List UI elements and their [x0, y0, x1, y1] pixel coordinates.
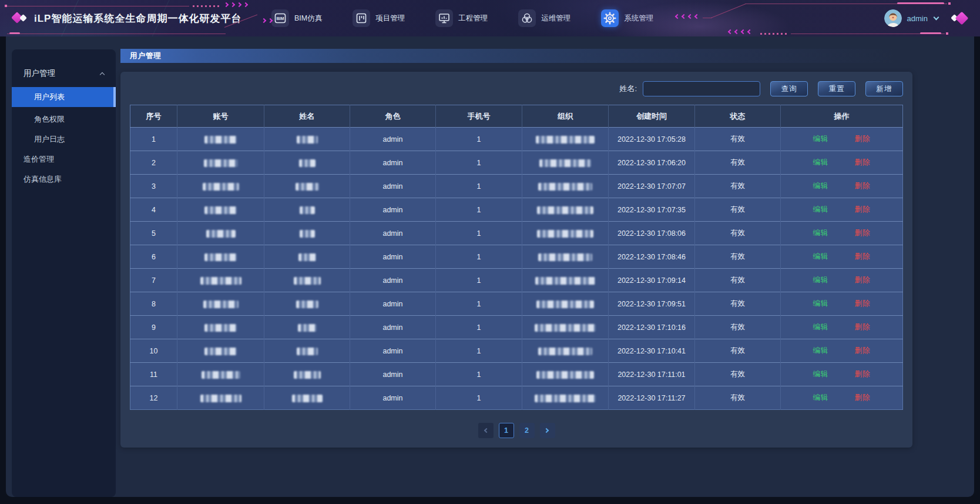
edit-link[interactable]: 编辑 [813, 393, 829, 402]
cell-status: 有效 [695, 339, 781, 363]
table-row: 2 admin 1 2022-12-30 17:06:20 有效 编辑删除 [130, 151, 903, 175]
cell-status: 有效 [695, 222, 781, 245]
sidebar-item-cost-management[interactable]: 造价管理 [12, 149, 116, 169]
monitor-chart-icon [435, 9, 453, 27]
nav-item-engineering[interactable]: 工程管理 [435, 9, 488, 27]
chevron-up-icon [100, 72, 105, 76]
query-button[interactable]: 查询 [770, 81, 808, 96]
table-row: 5 admin 1 2022-12-30 17:08:06 有效 编辑删除 [130, 222, 903, 245]
delete-link[interactable]: 删除 [855, 346, 871, 355]
nav-item-bim[interactable]: BIM BIM仿真 [271, 9, 322, 27]
edit-link[interactable]: 编辑 [813, 205, 829, 213]
add-button[interactable]: 新增 [865, 81, 903, 96]
masked-text [203, 183, 239, 191]
cell-created-time: 2022-12-30 17:09:51 [609, 292, 695, 316]
cell-role: admin [350, 245, 436, 269]
edit-link[interactable]: 编辑 [813, 135, 829, 143]
delete-link[interactable]: 删除 [855, 135, 871, 143]
edit-link[interactable]: 编辑 [813, 182, 829, 190]
table-row: 7 admin 1 2022-12-30 17:09:14 有效 编辑删除 [130, 269, 903, 292]
masked-text [299, 159, 316, 167]
sidebar-item-label: 仿真信息库 [24, 174, 62, 185]
delete-link[interactable]: 删除 [855, 323, 871, 331]
masked-text [292, 395, 323, 402]
delete-link[interactable]: 删除 [855, 370, 871, 378]
cell-created-time: 2022-12-30 17:06:20 [609, 151, 695, 175]
cell-org-masked [522, 198, 609, 222]
masked-text [300, 206, 315, 214]
edit-link[interactable]: 编辑 [813, 346, 829, 355]
cell-name-masked [264, 245, 350, 269]
masked-text [204, 253, 237, 261]
edit-link[interactable]: 编辑 [813, 229, 829, 237]
delete-link[interactable]: 删除 [855, 393, 871, 402]
delete-link[interactable]: 删除 [855, 205, 871, 213]
cell-index: 11 [130, 363, 177, 386]
edit-link[interactable]: 编辑 [813, 252, 829, 261]
cell-role: admin [350, 339, 436, 363]
edit-link[interactable]: 编辑 [813, 323, 829, 331]
cell-index: 12 [130, 386, 177, 410]
decor-node [5, 5, 7, 7]
delete-link[interactable]: 删除 [855, 276, 871, 284]
nav-item-system[interactable]: 系统管理 [601, 9, 653, 27]
sidebar-item-label: 造价管理 [24, 154, 54, 165]
delete-link[interactable]: 删除 [855, 229, 871, 237]
name-search-input[interactable] [643, 81, 760, 96]
cell-name-masked [264, 128, 350, 151]
cell-created-time: 2022-12-30 17:05:28 [609, 128, 695, 151]
cell-role: admin [350, 269, 436, 292]
cell-phone: 1 [436, 363, 522, 386]
cell-index: 3 [130, 175, 177, 198]
masked-text [535, 277, 595, 285]
delete-link[interactable]: 删除 [855, 299, 871, 308]
sidebar-item-user-list[interactable]: 用户列表 [12, 87, 116, 107]
cell-created-time: 2022-12-30 17:08:06 [609, 222, 695, 245]
cell-index: 10 [130, 339, 177, 363]
column-header: 账号 [177, 105, 264, 128]
edit-link[interactable]: 编辑 [813, 370, 829, 378]
next-page-button[interactable] [540, 423, 555, 438]
page-button-1[interactable]: 1 [499, 423, 514, 438]
decor-dots [193, 5, 220, 7]
cell-name-masked [264, 175, 350, 198]
reset-button[interactable]: 重置 [818, 81, 855, 96]
app-title: iLP智能运输系统全生命周期一体化研发平台 [34, 12, 241, 25]
sidebar-group-user-management[interactable]: 用户管理 [12, 62, 116, 85]
edit-link[interactable]: 编辑 [813, 299, 829, 308]
nav-item-project[interactable]: 项目管理 [353, 9, 405, 27]
edit-link[interactable]: 编辑 [813, 158, 829, 166]
chevron-down-icon[interactable] [934, 14, 939, 20]
delete-link[interactable]: 删除 [855, 158, 871, 166]
masked-text [200, 395, 241, 402]
nav-item-operations[interactable]: 运维管理 [518, 9, 570, 27]
sidebar-item-user-log[interactable]: 用户日志 [12, 129, 116, 149]
avatar[interactable] [884, 9, 902, 27]
sidebar-item-simulation-library[interactable]: 仿真信息库 [12, 169, 116, 189]
cell-actions: 编辑删除 [781, 222, 903, 245]
sidebar-group-label: 用户管理 [24, 68, 55, 79]
cell-role: admin [350, 151, 436, 175]
page-button-2[interactable]: 2 [519, 423, 535, 438]
pagination: 1 2 [130, 423, 903, 438]
prev-page-button[interactable] [478, 423, 494, 438]
table-row: 4 admin 1 2022-12-30 17:07:35 有效 编辑删除 [130, 198, 903, 222]
cell-name-masked [264, 339, 350, 363]
delete-link[interactable]: 删除 [855, 182, 871, 190]
tab-user-management[interactable]: 用户管理 [120, 51, 162, 61]
cell-account-masked [177, 316, 264, 339]
cell-account-masked [177, 245, 264, 269]
column-header: 创建时间 [609, 105, 695, 128]
edit-link[interactable]: 编辑 [813, 276, 829, 284]
column-header: 角色 [350, 105, 436, 128]
table-header-row: 序号账号姓名角色手机号组织创建时间状态操作 [130, 105, 903, 128]
decor-dots [760, 33, 787, 35]
tab-strip: 用户管理 [120, 49, 912, 63]
cell-org-masked [522, 363, 609, 386]
user-name[interactable]: admin [907, 14, 928, 23]
cell-created-time: 2022-12-30 17:07:07 [609, 175, 695, 198]
delete-link[interactable]: 删除 [855, 252, 871, 261]
cell-org-masked [522, 222, 609, 245]
sidebar-item-role-permission[interactable]: 角色权限 [12, 109, 116, 129]
masked-text [204, 136, 237, 143]
